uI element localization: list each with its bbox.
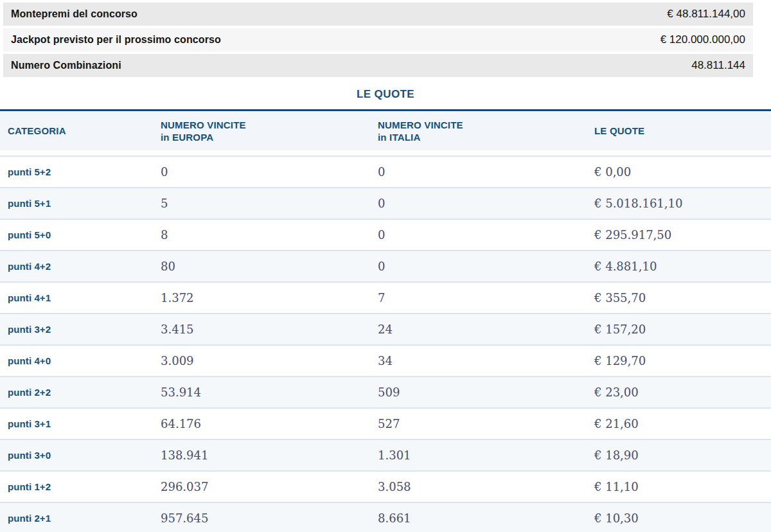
vincite-italia-cell: 0 [378,260,594,273]
quota-cell: € 295.917,50 [594,228,771,242]
vincite-italia-cell: 509 [378,386,594,399]
categoria-cell: punti 5+2 [0,166,161,177]
vincite-europa-cell: 3.415 [161,323,378,336]
categoria-cell: punti 2+2 [0,387,161,398]
combinazioni-label: Numero Combinazioni [11,60,121,71]
quote-table-row: punti 4+2 80 0 € 4.881,10 [0,250,771,281]
vincite-italia-cell: 0 [378,197,594,210]
quote-table-row: punti 4+0 3.009 34 € 129,70 [0,344,771,376]
quote-table: CATEGORIA NUMERO VINCITE in EUROPA NUMER… [0,109,771,532]
header-italia-line1: NUMERO VINCITE [378,119,594,131]
info-summary: Montepremi del concorso € 48.811.144,00 … [3,0,753,77]
quota-cell: € 355,70 [594,291,771,305]
quote-table-row: punti 3+0 138.941 1.301 € 18,90 [0,439,771,470]
section-title-le-quote: LE QUOTE [0,80,771,109]
categoria-cell: punti 5+1 [0,198,161,209]
quote-table-row: punti 2+2 53.914 509 € 23,00 [0,376,771,407]
quota-cell: € 23,00 [594,386,771,399]
header-le-quote: LE QUOTE [594,125,771,137]
quota-cell: € 11,10 [594,480,771,493]
quota-cell: € 157,20 [594,323,771,336]
vincite-italia-cell: 527 [378,417,594,430]
vincite-europa-cell: 1.372 [161,291,378,305]
vincite-europa-cell: 0 [161,165,378,179]
quote-table-row: punti 5+1 5 0 € 5.018.161,10 [0,187,771,218]
quote-table-row: punti 5+0 8 0 € 295.917,50 [0,218,771,250]
quota-cell: € 0,00 [594,165,771,179]
quote-table-row: punti 1+2 296.037 3.058 € 11,10 [0,470,771,502]
vincite-europa-cell: 138.941 [161,448,378,462]
eurojackpot-results-panel: Montepremi del concorso € 48.811.144,00 … [0,0,771,532]
categoria-cell: punti 4+1 [0,292,161,303]
vincite-italia-cell: 3.058 [378,480,594,493]
vincite-italia-cell: 7 [378,291,594,305]
combinazioni-value: 48.811.144 [691,59,745,72]
categoria-cell: punti 3+2 [0,324,161,335]
vincite-italia-cell: 0 [378,165,594,179]
quota-cell: € 4.881,10 [594,260,771,273]
quota-cell: € 21,60 [594,417,771,430]
vincite-europa-cell: 3.009 [161,354,378,368]
quote-table-row: punti 2+1 957.645 8.661 € 10,30 [0,502,771,532]
info-row-jackpot: Jackpot previsto per il prossimo concors… [3,28,753,51]
info-row-montepremi: Montepremi del concorso € 48.811.144,00 [3,3,753,26]
quote-table-row: punti 5+2 0 0 € 0,00 [0,155,771,187]
header-numero-vincite-europa: NUMERO VINCITE in EUROPA [161,119,378,143]
header-italia-line2: in ITALIA [378,131,594,143]
vincite-italia-cell: 8.661 [378,511,594,525]
vincite-europa-cell: 64.176 [161,417,378,430]
categoria-cell: punti 5+0 [0,229,161,240]
vincite-europa-cell: 53.914 [161,386,378,399]
vincite-italia-cell: 34 [378,354,594,368]
categoria-cell: punti 3+1 [0,418,161,429]
header-europa-line2: in EUROPA [161,131,378,143]
vincite-europa-cell: 957.645 [161,511,378,525]
vincite-italia-cell: 24 [378,323,594,336]
categoria-cell: punti 1+2 [0,481,161,492]
vincite-europa-cell: 80 [161,260,378,273]
quota-cell: € 129,70 [594,354,771,368]
categoria-cell: punti 4+2 [0,261,161,272]
quote-table-row: punti 4+1 1.372 7 € 355,70 [0,281,771,313]
jackpot-value: € 120.000.000,00 [660,33,745,46]
vincite-europa-cell: 5 [161,197,378,210]
quota-cell: € 10,30 [594,511,771,525]
header-europa-line1: NUMERO VINCITE [161,119,378,131]
header-numero-vincite-italia: NUMERO VINCITE in ITALIA [378,119,594,143]
vincite-italia-cell: 0 [378,228,594,242]
montepremi-label: Montepremi del concorso [11,8,137,20]
quote-table-header: CATEGORIA NUMERO VINCITE in EUROPA NUMER… [0,111,771,150]
categoria-cell: punti 4+0 [0,355,161,366]
montepremi-value: € 48.811.144,00 [667,8,745,21]
quota-cell: € 5.018.161,10 [594,197,771,210]
categoria-cell: punti 3+0 [0,450,161,461]
quote-table-row: punti 3+2 3.415 24 € 157,20 [0,313,771,344]
vincite-italia-cell: 1.301 [378,448,594,462]
header-categoria: CATEGORIA [0,125,161,137]
quote-table-body: punti 5+2 0 0 € 0,00 punti 5+1 5 0 € 5.0… [0,155,771,532]
quote-table-row: punti 3+1 64.176 527 € 21,60 [0,407,771,439]
jackpot-label: Jackpot previsto per il prossimo concors… [11,34,221,46]
vincite-europa-cell: 296.037 [161,480,378,493]
vincite-europa-cell: 8 [161,228,378,242]
quota-cell: € 18,90 [594,448,771,462]
info-row-combinazioni: Numero Combinazioni 48.811.144 [3,54,753,77]
categoria-cell: punti 2+1 [0,513,161,524]
